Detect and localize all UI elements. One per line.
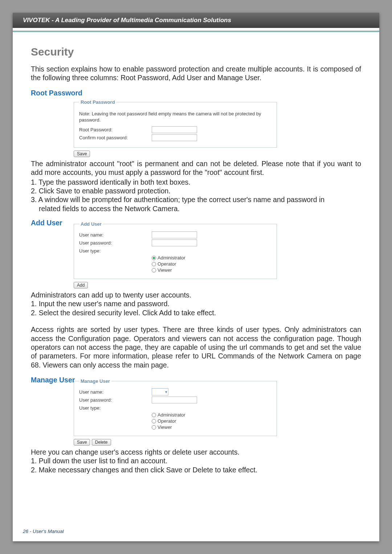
root-password-input[interactable]: [152, 126, 197, 133]
manage-user-name-select[interactable]: ▾: [152, 388, 168, 395]
add-user-step-2: 2. Select the desired security level. Cl…: [31, 308, 361, 317]
add-button[interactable]: Add: [74, 282, 88, 288]
root-password-label: Root Password:: [79, 127, 152, 132]
manage-user-step-2: 2. Make necessary changes and then click…: [31, 465, 361, 474]
chevron-down-icon: ▾: [165, 390, 167, 394]
manage-user-panel: Manage User User name: ▾ User password: …: [31, 378, 361, 436]
add-user-panel: Add User User name: User password: User …: [31, 221, 361, 279]
add-user-type-label: User type:: [79, 248, 152, 254]
manage-user-step-1: 1. Pull down the user list to find an ac…: [31, 456, 361, 465]
root-password-heading: Root Password: [31, 89, 361, 97]
step-1: 1. Type the password identically in both…: [31, 178, 361, 186]
manage-user-name-label: User name:: [79, 389, 152, 395]
radio-operator-label: Operator: [158, 261, 176, 267]
manage-user-text-block: Here you can change user's access rights…: [31, 448, 361, 474]
radio-administrator-label: Administrator: [158, 255, 185, 260]
page-title: Security: [31, 46, 361, 58]
add-user-legend: Add User: [79, 221, 103, 227]
intro-paragraph: This section explains how to enable pass…: [31, 65, 361, 82]
add-user-text-block: Administrators can add up to twenty user…: [31, 291, 361, 317]
m-radio-operator[interactable]: [152, 419, 156, 423]
add-user-name-label: User name:: [79, 232, 152, 238]
root-password-fieldset: Root Password Note: Leaving the root pas…: [74, 99, 277, 148]
manage-save-button[interactable]: Save: [74, 439, 90, 446]
confirm-root-password-label: Confirm root password:: [79, 135, 152, 140]
m-radio-viewer[interactable]: [152, 425, 156, 430]
radio-viewer-label: Viewer: [158, 267, 172, 273]
radio-operator[interactable]: [152, 262, 156, 266]
root-password-note: Note: Leaving the root password field em…: [79, 111, 271, 123]
manage-user-summary: Here you can change user's access rights…: [31, 448, 361, 456]
radio-administrator[interactable]: [152, 256, 156, 260]
root-password-steps: 1. Type the password identically in both…: [31, 178, 361, 213]
add-user-password-input[interactable]: [152, 239, 197, 246]
save-button[interactable]: Save: [74, 151, 90, 157]
add-user-step-1: 1. Input the new user's name and passwor…: [31, 299, 361, 308]
add-user-name-input[interactable]: [152, 231, 197, 238]
add-user-summary: Administrators can add up to twenty user…: [31, 291, 361, 299]
m-radio-viewer-label: Viewer: [158, 424, 172, 430]
manage-user-legend: Manage User: [79, 378, 111, 384]
m-radio-administrator-label: Administrator: [158, 412, 185, 418]
root-password-panel: Root Password Note: Leaving the root pas…: [31, 99, 361, 148]
step-3-cont: related fields to access the Network Cam…: [31, 204, 361, 213]
manage-user-type-label: User type:: [79, 405, 152, 411]
step-2: 2. Click Save to enable password protect…: [31, 186, 361, 195]
header-bar: VIVOTEK - A Leading Provider of Multimed…: [13, 13, 379, 28]
manage-delete-button[interactable]: Delete: [92, 439, 111, 446]
page-footer: 26 - User's Manual: [23, 529, 64, 534]
confirm-root-password-input[interactable]: [152, 134, 197, 141]
manage-user-password-input[interactable]: [152, 397, 197, 403]
m-radio-administrator[interactable]: [152, 413, 156, 417]
add-user-password-label: User password:: [79, 240, 152, 246]
add-user-fieldset: Add User User name: User password: User …: [74, 221, 277, 279]
header-brand: VIVOTEK - A Leading Provider of Multimed…: [23, 17, 231, 24]
root-password-legend: Root Password: [79, 99, 117, 105]
manage-user-fieldset: Manage User User name: ▾ User password: …: [74, 378, 277, 436]
access-rights-paragraph: Access rights are sorted by user types. …: [31, 325, 361, 369]
root-password-note-text: The administrator account "root" is perm…: [31, 159, 361, 177]
content-area: Security This section explains how to en…: [13, 33, 379, 474]
document-page: VIVOTEK - A Leading Provider of Multimed…: [13, 13, 379, 541]
radio-viewer[interactable]: [152, 268, 156, 272]
divider-teal: [13, 31, 379, 32]
step-3: 3. A window will be prompted for authent…: [31, 195, 361, 204]
manage-user-password-label: User password:: [79, 397, 152, 403]
m-radio-operator-label: Operator: [158, 418, 176, 424]
